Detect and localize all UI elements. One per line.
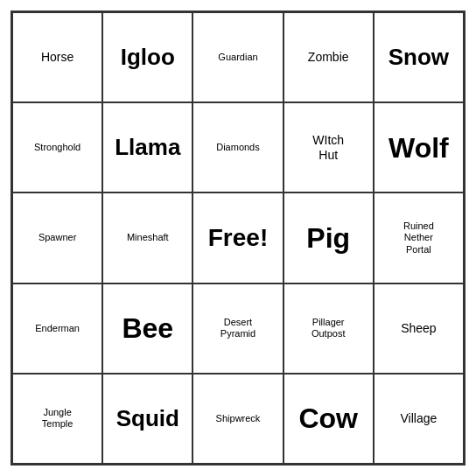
cell-r2-c4: RuinedNetherPortal <box>374 192 464 283</box>
cell-r0-c1: Igloo <box>102 12 192 102</box>
cell-r3-c1: Bee <box>102 284 192 374</box>
cell-r1-c2: Diamonds <box>192 102 283 192</box>
cell-r3-c0: Enderman <box>12 284 102 374</box>
cell-r3-c3: PillagerOutpost <box>284 284 374 374</box>
cell-r0-c3: Zombie <box>284 12 374 102</box>
cell-r1-c0: Stronghold <box>12 102 102 192</box>
cell-r3-c2: DesertPyramid <box>192 284 283 374</box>
bingo-board: HorseIglooGuardianZombieSnowStrongholdLl… <box>10 10 466 466</box>
cell-r4-c3: Cow <box>284 374 374 464</box>
cell-r3-c4: Sheep <box>374 284 464 374</box>
cell-r0-c2: Guardian <box>192 12 283 102</box>
cell-r0-c0: Horse <box>12 12 102 102</box>
cell-r2-c0: Spawner <box>12 192 102 283</box>
cell-r4-c1: Squid <box>102 374 192 464</box>
cell-r1-c4: Wolf <box>374 102 464 192</box>
cell-r4-c0: JungleTemple <box>12 374 102 464</box>
cell-r2-c3: Pig <box>284 192 374 283</box>
cell-r0-c4: Snow <box>374 12 464 102</box>
cell-r1-c3: WItchHut <box>284 102 374 192</box>
cell-r4-c4: Village <box>374 374 464 464</box>
cell-r1-c1: Llama <box>102 102 192 192</box>
cell-r2-c1: Mineshaft <box>102 192 192 283</box>
cell-r4-c2: Shipwreck <box>192 374 283 464</box>
cell-r2-c2: Free! <box>192 192 283 283</box>
